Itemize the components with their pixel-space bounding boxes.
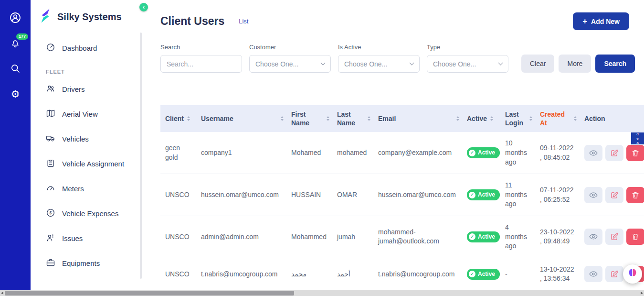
view-button[interactable] bbox=[584, 266, 602, 282]
search-input[interactable] bbox=[160, 55, 242, 73]
cell-first-name: HUSSAIN bbox=[286, 174, 332, 216]
issue-person-icon bbox=[46, 233, 55, 244]
sidebar-item-label: Vehicles bbox=[62, 135, 89, 143]
table-row: UNSCO t.nabris@umcogroup.com محمد أحمد t… bbox=[160, 258, 644, 290]
profile-support-icon[interactable] bbox=[9, 11, 21, 24]
brand-name: Silky Systems bbox=[57, 11, 122, 22]
sidebar-item-drivers[interactable]: Drivers bbox=[31, 77, 143, 101]
brand-logo-row[interactable]: Silky Systems bbox=[31, 0, 143, 32]
clear-button[interactable]: Clear bbox=[521, 55, 554, 73]
status-badge: ✓Active bbox=[467, 269, 500, 280]
sidebar-item-equipments[interactable]: Equipments bbox=[31, 251, 143, 275]
view-button[interactable] bbox=[584, 187, 602, 203]
cell-client: UNSCO bbox=[160, 174, 196, 216]
sidebar-item-dashboard[interactable]: Dashboard bbox=[31, 35, 143, 60]
column-header-active[interactable]: Active bbox=[462, 105, 500, 132]
notifications-bell-icon[interactable]: 177 bbox=[9, 37, 21, 49]
cell-username: admin@admin.com bbox=[196, 216, 286, 258]
more-button[interactable]: More bbox=[559, 55, 591, 73]
sidebar-item-vehicle-expenses[interactable]: $ Vehicle Expenses bbox=[31, 201, 143, 226]
type-select[interactable]: Choose One... bbox=[427, 55, 508, 73]
delete-button[interactable] bbox=[626, 229, 644, 245]
app-window: 177 ⚙ Silky Systems Dashboard bbox=[0, 0, 644, 296]
status-badge: ✓Active bbox=[467, 189, 500, 200]
cell-email: t.nabris@umcogroup.com bbox=[373, 258, 462, 290]
settings-gear-icon[interactable]: ⚙ bbox=[9, 88, 21, 100]
is-active-filter-group: Is Active Choose One... bbox=[338, 44, 420, 73]
column-header-username[interactable]: Username bbox=[196, 105, 286, 132]
cell-created-at: 07-11-2022 , 06:25:52 bbox=[535, 174, 580, 216]
chevron-down-icon bbox=[321, 61, 326, 66]
sidebar-item-label: Meters bbox=[62, 185, 84, 193]
sidebar-item-label: Drivers bbox=[62, 85, 85, 93]
column-header-email[interactable]: Email bbox=[373, 105, 462, 132]
sort-icon[interactable] bbox=[187, 116, 190, 121]
table-row: geen gold company1 Mohamed mohamed compa… bbox=[160, 132, 644, 174]
page-header: Client Users List + Add New bbox=[160, 12, 644, 30]
cell-last-name: أحمد bbox=[332, 258, 373, 290]
chevron-down-icon bbox=[498, 61, 503, 66]
sidebar: Silky Systems Dashboard FLEET Drivers bbox=[31, 0, 143, 290]
sidebar-item-meters[interactable]: Meters bbox=[31, 176, 143, 201]
view-button[interactable] bbox=[584, 229, 602, 245]
cell-created-at: 13-10-2022 , 13:56:34 bbox=[535, 258, 580, 290]
sidebar-scrollbar[interactable] bbox=[140, 33, 142, 279]
is-active-select[interactable]: Choose One... bbox=[338, 55, 420, 73]
sidebar-item-vehicle-assignment[interactable]: Vehicle Assignment bbox=[31, 151, 143, 176]
edit-button[interactable] bbox=[605, 187, 623, 203]
edit-button[interactable] bbox=[605, 145, 623, 161]
status-badge: ✓Active bbox=[467, 231, 500, 242]
briefcase-icon bbox=[46, 258, 55, 269]
delete-button[interactable] bbox=[626, 145, 644, 161]
cell-active: ✓Active bbox=[462, 216, 500, 258]
sort-icon[interactable] bbox=[281, 116, 284, 121]
assistant-widget-button[interactable] bbox=[623, 264, 642, 284]
column-header-client[interactable]: Client bbox=[160, 105, 196, 132]
is-active-select-value: Choose One... bbox=[344, 60, 387, 68]
sidebar-item-label: Vehicle Assignment bbox=[62, 160, 124, 168]
cell-email: hussein.omar@umco.com bbox=[373, 174, 462, 216]
clipboard-icon bbox=[46, 158, 55, 169]
sidebar-item-label: Equipments bbox=[62, 259, 100, 267]
search-button[interactable]: Search bbox=[595, 55, 635, 73]
customer-select[interactable]: Choose One... bbox=[249, 55, 331, 73]
edit-button[interactable] bbox=[605, 229, 623, 245]
sidebar-item-vehicles[interactable]: Vehicles bbox=[31, 126, 143, 151]
sort-icon[interactable] bbox=[368, 116, 370, 121]
view-button[interactable] bbox=[584, 145, 602, 161]
column-header-last-login[interactable]: Last Login bbox=[500, 105, 535, 132]
sort-icon[interactable] bbox=[327, 116, 329, 121]
sort-icon[interactable] bbox=[490, 116, 493, 121]
column-header-created-at[interactable]: Created At bbox=[535, 105, 580, 132]
vertical-side-tab[interactable]: dea bbox=[631, 132, 644, 144]
filter-actions: Clear More Search bbox=[521, 55, 635, 73]
search-icon[interactable] bbox=[9, 62, 21, 75]
sidebar-section-fleet: FLEET bbox=[31, 69, 143, 75]
horizontal-scrollbar-thumb[interactable] bbox=[5, 291, 294, 296]
sort-icon[interactable] bbox=[574, 116, 577, 121]
chevron-down-icon bbox=[410, 61, 414, 66]
horizontal-scrollbar[interactable] bbox=[0, 290, 644, 296]
cell-active: ✓Active bbox=[462, 132, 500, 174]
delete-button[interactable] bbox=[626, 187, 644, 203]
sidebar-item-label: Issues bbox=[62, 234, 83, 242]
add-new-button[interactable]: + Add New bbox=[573, 12, 629, 30]
sidebar-item-aerial-view[interactable]: Aerial View bbox=[31, 101, 143, 126]
sort-icon[interactable] bbox=[456, 116, 459, 121]
page-title: Client Users bbox=[160, 15, 224, 28]
breadcrumb-list-link[interactable]: List bbox=[239, 18, 248, 25]
column-header-last-name[interactable]: Last Name bbox=[332, 105, 373, 132]
scroll-right-arrow-icon[interactable] bbox=[641, 292, 643, 295]
edit-button[interactable] bbox=[605, 266, 623, 282]
column-header-first-name[interactable]: First Name bbox=[286, 105, 332, 132]
sort-icon[interactable] bbox=[529, 116, 532, 121]
sidebar-collapse-button[interactable]: ‹ bbox=[139, 3, 148, 11]
check-icon: ✓ bbox=[469, 271, 475, 277]
check-icon: ✓ bbox=[469, 192, 475, 198]
sidebar-item-issues[interactable]: Issues bbox=[31, 226, 143, 251]
is-active-label: Is Active bbox=[338, 44, 420, 51]
cell-active: ✓Active bbox=[462, 258, 500, 290]
icon-rail: 177 ⚙ bbox=[0, 0, 31, 290]
table-row: UNSCO admin@admin.com Mohammed jumah moh… bbox=[160, 216, 644, 258]
scroll-left-arrow-icon[interactable] bbox=[1, 292, 3, 295]
